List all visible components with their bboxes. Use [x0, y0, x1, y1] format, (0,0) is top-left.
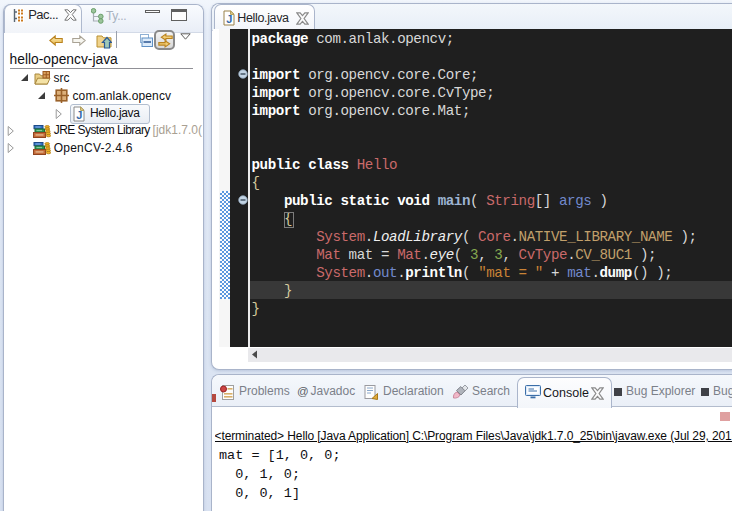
svg-text:J: J: [76, 109, 82, 121]
svg-text:J: J: [226, 13, 232, 25]
